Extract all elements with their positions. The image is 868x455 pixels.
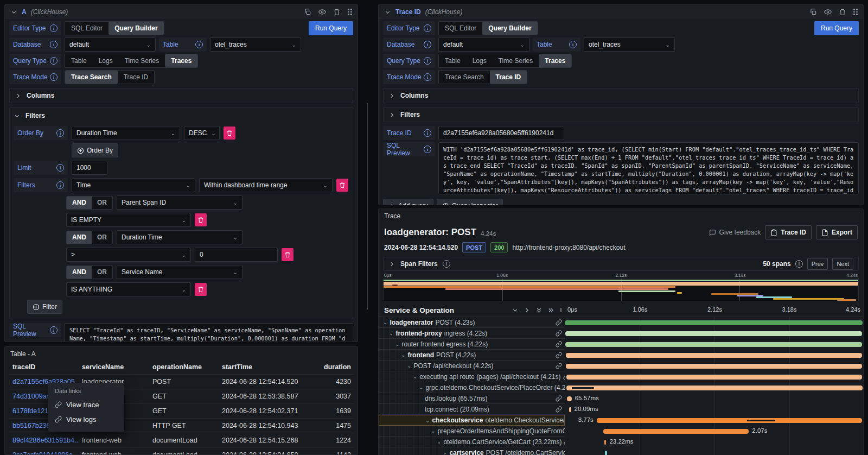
info-icon[interactable]: i xyxy=(424,41,431,48)
order-by-direction-select[interactable]: DESC⌄ xyxy=(184,126,220,140)
chevron-down-icon[interactable]: ⌄ xyxy=(407,363,411,369)
span-bar-cell[interactable]: 65.57ms xyxy=(565,393,863,404)
span-row[interactable]: ⌄oteldemo.CartService/GetCart (23.22ms)2… xyxy=(379,437,863,447)
give-feedback-button[interactable]: Give feedback xyxy=(709,229,761,236)
span-bar-cell[interactable] xyxy=(565,371,863,382)
and-option[interactable]: AND xyxy=(67,231,92,244)
view-trace-menu-item[interactable]: View trace xyxy=(48,397,124,412)
filter-operator-select[interactable]: IS EMPTY⌄ xyxy=(66,213,191,227)
span-row[interactable]: ⌄loadgeneratorPOST (4.23s) xyxy=(379,317,863,328)
trace-id-input[interactable]: d2a7155ef6a928a05680e5ff6190241d xyxy=(438,126,564,140)
or-option[interactable]: OR xyxy=(92,197,112,209)
drag-handle-icon[interactable] xyxy=(853,9,858,15)
trace-minimap[interactable]: 0μs1.06s2.12s3.18s4.24s xyxy=(383,272,859,301)
span-name-cell[interactable]: ⌄prepareOrderItemsAndShippingQuoteFromCa… xyxy=(379,426,565,437)
span-row[interactable]: ⌄executing api route (pages) /api/checko… xyxy=(379,371,863,382)
span-row[interactable]: ⌄frontendPOST (4.22s) xyxy=(379,350,863,361)
span-bar-cell[interactable] xyxy=(565,350,863,361)
span-link-icon[interactable] xyxy=(556,319,565,326)
span-row[interactable]: dns.lookup (65.57ms)65.57ms xyxy=(379,393,863,404)
info-icon[interactable]: i xyxy=(50,73,58,81)
span-bar-cell[interactable] xyxy=(565,361,863,371)
trace-id-link[interactable]: 89cf4286e631591b4... xyxy=(12,437,79,444)
table-select[interactable]: otel_traces⌄ xyxy=(584,37,675,52)
span-row[interactable]: ⌄checkoutserviceoteldemo.CheckoutService… xyxy=(379,415,863,426)
info-icon[interactable]: i xyxy=(50,24,58,32)
span-row[interactable]: ⌄POST /api/checkout (4.22s) xyxy=(379,361,863,371)
query-type-logs[interactable]: Logs xyxy=(467,54,493,67)
span-bar[interactable] xyxy=(565,320,863,325)
info-icon[interactable]: i xyxy=(424,24,431,32)
chevron-down-icon[interactable]: ⌄ xyxy=(401,352,405,358)
span-bar[interactable] xyxy=(605,451,607,455)
collapse-one-icon[interactable] xyxy=(512,307,519,314)
trace-id-link[interactable]: 2cc7ccfc01941806c... xyxy=(12,451,78,455)
span-bar[interactable] xyxy=(565,331,862,336)
order-by-field-select[interactable]: Duration Time⌄ xyxy=(72,126,180,140)
span-row[interactable]: ⌄grpc.oteldemo.CheckoutService/PlaceOrde… xyxy=(379,382,863,393)
collapse-panel-icon[interactable] xyxy=(10,9,17,16)
duplicate-query-icon[interactable] xyxy=(809,8,817,16)
span-bar[interactable] xyxy=(569,407,571,412)
span-bar[interactable] xyxy=(597,418,862,423)
info-icon[interactable]: i xyxy=(795,260,803,268)
span-row[interactable]: ⌄prepareOrderItemsAndShippingQuoteFromCa… xyxy=(379,426,863,437)
remove-filter-button[interactable] xyxy=(195,283,207,296)
delete-query-icon[interactable] xyxy=(333,8,341,16)
query-type-table[interactable]: Table xyxy=(65,54,93,67)
view-logs-menu-item[interactable]: View logs xyxy=(48,412,124,427)
span-bar-cell[interactable] xyxy=(565,447,863,455)
and-option[interactable]: AND xyxy=(67,266,92,279)
filters-section-header[interactable]: Filters xyxy=(14,109,349,123)
filter-value-input[interactable]: 0 xyxy=(195,248,278,262)
span-link-icon[interactable] xyxy=(556,341,565,347)
span-bar-cell[interactable] xyxy=(565,328,863,339)
chevron-down-icon[interactable]: ⌄ xyxy=(419,384,423,390)
remove-filter-button[interactable] xyxy=(282,248,293,261)
info-icon[interactable]: i xyxy=(424,73,431,81)
column-header[interactable]: traceID xyxy=(9,360,79,375)
trace-id-option[interactable]: Trace ID xyxy=(490,71,527,84)
column-header[interactable]: startTime xyxy=(219,360,307,375)
remove-order-by-button[interactable] xyxy=(224,127,235,140)
sql-editor-option[interactable]: SQL Editor xyxy=(439,22,482,35)
info-icon[interactable]: i xyxy=(195,41,203,48)
hide-query-icon[interactable] xyxy=(824,8,832,16)
info-icon[interactable]: i xyxy=(424,129,431,137)
span-row[interactable]: ⌄frontend-proxyingress (4.22s) xyxy=(379,328,863,339)
span-bar-cell[interactable] xyxy=(565,317,863,328)
expand-all-icon[interactable] xyxy=(547,307,554,314)
query-type-logs[interactable]: Logs xyxy=(93,54,119,67)
info-icon[interactable]: i xyxy=(56,181,64,189)
info-icon[interactable]: i xyxy=(50,326,58,334)
query-type-traces[interactable]: Traces xyxy=(165,54,197,67)
span-bar-cell[interactable] xyxy=(565,382,863,393)
chevron-right-icon[interactable] xyxy=(388,261,395,268)
span-filters-label[interactable]: Span Filters xyxy=(400,260,438,268)
filters-section-header[interactable]: Filters xyxy=(383,107,859,122)
info-icon[interactable]: i xyxy=(424,57,431,65)
limit-input[interactable]: 1000 xyxy=(72,161,107,175)
span-bar[interactable] xyxy=(566,364,863,369)
span-link-icon[interactable] xyxy=(556,330,565,337)
filter-value-select[interactable]: Within dashboard time range⌄ xyxy=(199,178,333,192)
info-icon[interactable]: i xyxy=(443,260,450,268)
info-icon[interactable]: i xyxy=(56,129,64,137)
column-header[interactable]: duration xyxy=(307,360,354,375)
span-name-cell[interactable]: ⌄cartservicePOST /oteldemo.CartService/G… xyxy=(379,447,565,455)
span-bar[interactable] xyxy=(565,342,862,347)
span-name-cell[interactable]: ⌄frontend-proxyingress (4.22s) xyxy=(379,328,565,339)
span-bar[interactable] xyxy=(604,440,606,445)
chevron-down-icon[interactable]: ⌄ xyxy=(389,330,393,336)
collapse-all-icon[interactable] xyxy=(535,307,542,314)
add-order-by-button[interactable]: Order By xyxy=(72,143,118,157)
columns-section-header[interactable]: Columns xyxy=(9,88,353,103)
span-bar[interactable] xyxy=(566,353,863,358)
span-bar[interactable] xyxy=(566,386,863,390)
export-button[interactable]: Export xyxy=(816,225,858,239)
table-select[interactable]: otel_traces⌄ xyxy=(210,37,301,52)
collapse-panel-icon[interactable] xyxy=(384,9,391,16)
span-row[interactable]: ⌄cartservicePOST /oteldemo.CartService/G… xyxy=(379,447,863,455)
column-header[interactable]: operationName xyxy=(149,360,219,375)
filter-operator-select[interactable]: >⌄ xyxy=(66,248,191,262)
